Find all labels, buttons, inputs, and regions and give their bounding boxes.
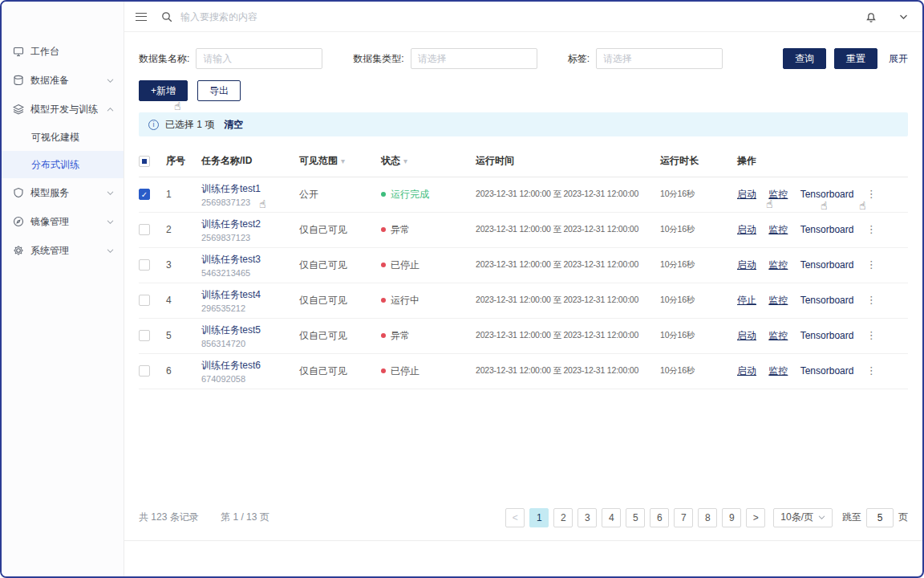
tag-label: 标签: (568, 52, 590, 66)
task-name-link[interactable]: 训练任务test2 (201, 218, 299, 231)
monitor-button[interactable]: 监控 (768, 365, 788, 377)
task-name-link[interactable]: 训练任务test6 (201, 359, 299, 372)
dataset-name-input[interactable] (196, 48, 322, 69)
menu-icon[interactable] (136, 13, 147, 21)
chevron-right-icon: > (753, 512, 759, 523)
visibility-scope: 仅自己可见 (299, 318, 381, 353)
tensorboard-button[interactable]: Tensorboard (800, 295, 854, 306)
page-size-select[interactable]: 10条/页 (773, 508, 833, 527)
sidebar-item-distributed-training[interactable]: 分布式训练 (2, 151, 124, 178)
sidebar-item-visual-modeling[interactable]: 可视化建模 (2, 124, 124, 151)
row-checkbox[interactable] (139, 330, 150, 341)
task-name-link[interactable]: 训练任务test5 (201, 324, 299, 337)
expand-link[interactable]: 展开 (889, 52, 908, 66)
more-actions-icon[interactable]: ⋮ (866, 188, 877, 200)
more-actions-icon[interactable]: ⋮ (866, 223, 877, 235)
select-all-checkbox[interactable] (139, 156, 150, 167)
task-id: 2569837123 (201, 197, 299, 207)
search-icon[interactable] (161, 11, 172, 22)
task-name-link[interactable]: 训练任务test3 (201, 253, 299, 267)
tensorboard-button[interactable]: Tensorboard (800, 189, 854, 200)
row-checkbox[interactable] (139, 259, 150, 271)
page-button[interactable]: 1 (529, 508, 549, 527)
search-button[interactable]: 查询 (783, 48, 826, 69)
reset-button[interactable]: 重置 (834, 48, 877, 69)
run-duration: 10分16秒 (660, 247, 737, 283)
page-button[interactable]: 2 (553, 508, 573, 527)
status-text: 异常 (391, 224, 410, 235)
bell-icon[interactable] (865, 11, 877, 22)
page-button[interactable]: 6 (650, 508, 669, 527)
more-actions-icon[interactable]: ⋮ (866, 364, 877, 377)
info-icon (148, 120, 159, 130)
monitor-button[interactable]: 监控 (768, 224, 788, 235)
sidebar-item-system-management[interactable]: 系统管理 (2, 236, 124, 265)
monitor-button[interactable]: 监控 (768, 330, 788, 341)
tensorboard-button[interactable]: Tensorboard (800, 365, 854, 377)
tensorboard-button[interactable]: Tensorboard (800, 224, 854, 235)
task-id: 2569837123 (201, 233, 299, 242)
filter-caret-icon[interactable]: ▾ (403, 157, 407, 165)
column-header[interactable]: 可见范围▾ (299, 146, 381, 177)
column-header: 序号 (166, 146, 201, 177)
row-checkbox[interactable] (139, 365, 150, 377)
column-header[interactable]: 状态▾ (381, 146, 476, 177)
clear-selection-link[interactable]: 清空 (224, 118, 243, 132)
start-button[interactable]: 启动 (737, 330, 756, 341)
row-index: 1 (166, 177, 201, 212)
page-button[interactable]: 9 (722, 508, 741, 527)
start-button[interactable]: 启动 (737, 224, 756, 235)
sidebar-item-image-management[interactable]: 镜像管理 (2, 207, 124, 236)
stop-button[interactable]: 停止 (737, 295, 756, 306)
column-header: 运行时间 (476, 146, 660, 177)
row-checkbox[interactable] (139, 295, 150, 306)
tensorboard-button[interactable]: Tensorboard (800, 259, 854, 271)
sidebar-item-model-service[interactable]: 模型服务 (2, 178, 124, 207)
jump-page-input[interactable] (866, 508, 894, 527)
start-button[interactable]: 启动 (737, 259, 756, 271)
cursor-icon: ☝ (859, 200, 866, 211)
page-button[interactable]: 8 (698, 508, 717, 527)
chevron-down-icon[interactable] (899, 14, 908, 20)
monitor-button[interactable]: 监控 (768, 189, 788, 200)
page-button[interactable]: 7 (674, 508, 693, 527)
status-dot (381, 333, 386, 338)
page-button[interactable]: 3 (578, 508, 597, 527)
more-actions-icon[interactable]: ⋮ (866, 294, 877, 306)
sidebar-item-data-preparation[interactable]: 数据准备 (2, 66, 124, 95)
task-id: 856314720 (201, 339, 299, 348)
task-name-link[interactable]: 训练任务test4 (201, 288, 299, 302)
dataset-type-select[interactable]: 请选择 (411, 48, 537, 69)
task-id: 5463213465 (201, 268, 299, 278)
row-checkbox[interactable] (139, 224, 150, 235)
more-actions-icon[interactable]: ⋮ (866, 329, 877, 341)
status-dot (381, 263, 386, 267)
global-search-input[interactable] (180, 11, 849, 22)
add-button[interactable]: +新增 (139, 80, 188, 101)
start-button[interactable]: 启动 (737, 189, 756, 200)
task-name-link[interactable]: 训练任务test1 (201, 182, 299, 196)
tag-select[interactable]: 请选择 (596, 48, 723, 69)
record-summary: 共 123 条记录 第 1 / 13 页 (139, 511, 289, 524)
prev-page-button[interactable]: < (505, 508, 525, 527)
status-text: 运行完成 (391, 189, 429, 200)
monitor-button[interactable]: 监控 (768, 295, 788, 306)
filter-caret-icon[interactable]: ▾ (341, 157, 345, 165)
export-button[interactable]: 导出 (197, 80, 241, 101)
tensorboard-button[interactable]: Tensorboard (800, 330, 854, 341)
sidebar-item-model-dev-training[interactable]: 模型开发与训练 (2, 95, 124, 124)
start-button[interactable]: 启动 (737, 365, 756, 377)
next-page-button[interactable]: > (746, 508, 765, 527)
monitor-button[interactable]: 监控 (768, 259, 788, 271)
row-checkbox[interactable]: ✓ (139, 189, 150, 200)
more-actions-icon[interactable]: ⋮ (866, 258, 877, 271)
page-button[interactable]: 5 (626, 508, 645, 527)
status-text: 异常 (391, 330, 410, 341)
sidebar-item-label: 数据准备 (30, 74, 107, 88)
run-duration: 10分16秒 (660, 353, 737, 389)
sidebar-item-workbench[interactable]: 工作台 (2, 37, 124, 66)
monitor-icon (13, 46, 24, 57)
page-button[interactable]: 4 (602, 508, 621, 527)
check-icon: ✓ (141, 190, 148, 199)
visibility-scope: 仅自己可见 (299, 283, 381, 318)
